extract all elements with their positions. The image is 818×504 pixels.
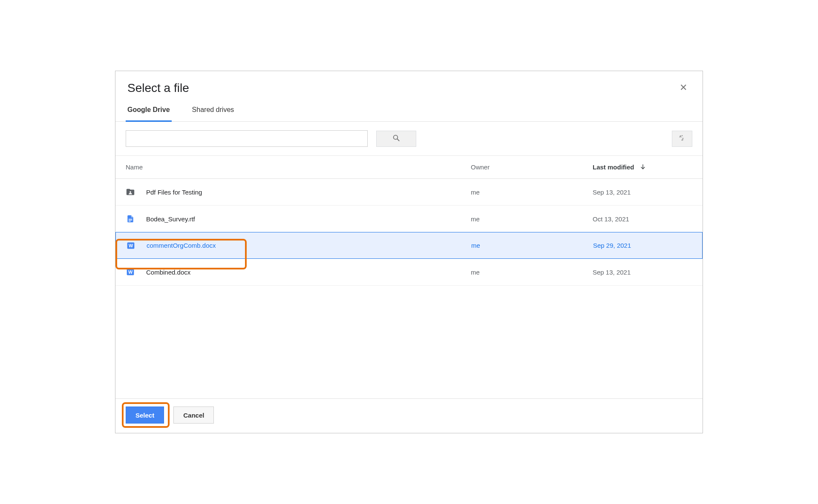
file-owner: me <box>471 189 593 196</box>
sort-az-icon: AZ <box>678 134 686 143</box>
file-name: Combined.docx <box>146 269 190 276</box>
word-icon: W <box>126 267 135 277</box>
svg-rect-7 <box>129 220 132 220</box>
dialog-footer: Select Cancel <box>115 398 703 433</box>
tab-label: Shared drives <box>192 106 234 113</box>
file-modified: Sep 13, 2021 <box>593 269 692 276</box>
tab-shared-drives[interactable]: Shared drives <box>190 106 236 121</box>
tab-label: Google Drive <box>127 106 170 113</box>
arrow-down-icon <box>639 163 646 172</box>
folder-shared-icon <box>126 187 135 197</box>
dialog-title: Select a file <box>127 81 189 95</box>
table-row[interactable]: W Combined.docx me Sep 13, 2021 <box>115 259 703 286</box>
table-row[interactable]: Pdf Files for Testing me Sep 13, 2021 <box>115 179 703 206</box>
sort-az-button[interactable]: AZ <box>672 131 692 147</box>
column-headers: Name Owner Last modified <box>115 156 703 179</box>
search-bar: AZ <box>115 122 703 156</box>
select-button[interactable]: Select <box>126 407 164 424</box>
word-icon: W <box>126 241 135 250</box>
svg-text:W: W <box>128 269 133 275</box>
search-icon <box>392 134 400 143</box>
file-owner: me <box>471 215 593 223</box>
svg-text:A: A <box>679 135 682 138</box>
file-name: Bodea_Survey.rtf <box>146 215 195 223</box>
column-owner[interactable]: Owner <box>471 163 593 171</box>
file-picker-dialog: Select a file ✕ Google Drive Shared driv… <box>115 71 703 433</box>
column-name[interactable]: Name <box>126 163 471 171</box>
svg-rect-6 <box>129 219 132 219</box>
file-list: Pdf Files for Testing me Sep 13, 2021 Bo… <box>115 179 703 286</box>
cancel-button[interactable]: Cancel <box>173 407 214 424</box>
search-button[interactable] <box>376 131 416 147</box>
file-modified: Sep 13, 2021 <box>593 189 692 196</box>
column-last-modified[interactable]: Last modified <box>593 163 692 172</box>
column-label: Last modified <box>593 163 634 171</box>
svg-point-5 <box>130 191 131 193</box>
file-owner: me <box>471 269 593 276</box>
table-row[interactable]: Bodea_Survey.rtf me Oct 13, 2021 <box>115 206 703 232</box>
tab-bar: Google Drive Shared drives <box>115 95 703 122</box>
docs-icon <box>126 214 135 223</box>
svg-text:W: W <box>129 243 133 248</box>
file-owner: me <box>471 242 593 249</box>
svg-rect-8 <box>129 221 131 221</box>
dialog-header: Select a file ✕ <box>115 71 703 95</box>
tab-google-drive[interactable]: Google Drive <box>126 106 172 121</box>
svg-line-1 <box>397 139 399 141</box>
table-row[interactable]: W commentOrgComb.docx me Sep 29, 2021 <box>115 232 703 259</box>
file-name: commentOrgComb.docx <box>147 242 216 249</box>
file-name: Pdf Files for Testing <box>146 189 202 196</box>
search-input[interactable] <box>126 130 368 147</box>
file-modified: Oct 13, 2021 <box>593 215 692 223</box>
close-icon[interactable]: ✕ <box>676 81 691 94</box>
file-modified: Sep 29, 2021 <box>593 242 692 249</box>
